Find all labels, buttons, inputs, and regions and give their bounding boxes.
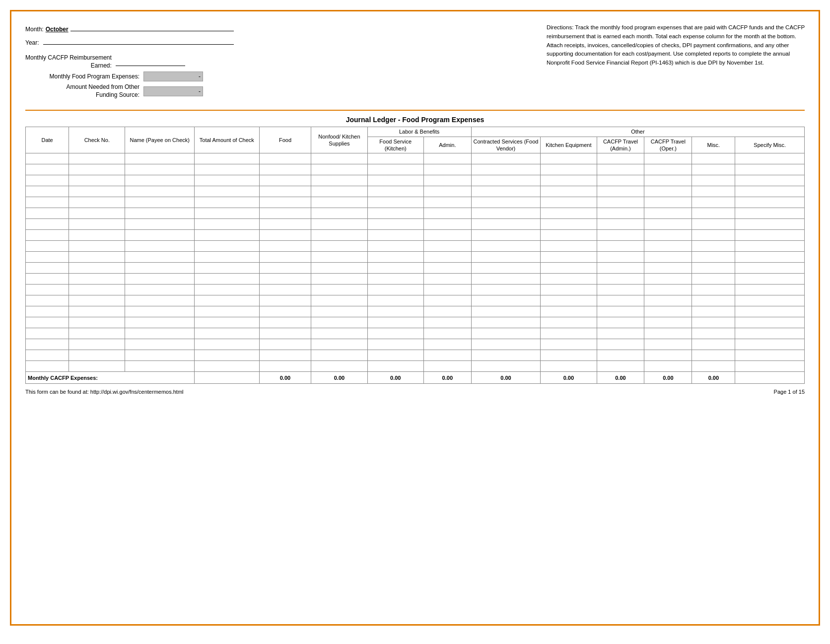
totals-cacfp-admin: 0.00 [597, 372, 644, 384]
th-food: Food [259, 127, 311, 153]
year-label: Year: [25, 39, 39, 46]
th-name: Name (Payee on Check) [125, 127, 194, 153]
funding-label: Amount Needed from Other [67, 83, 139, 90]
divider [25, 110, 805, 111]
table-row [26, 230, 805, 241]
directions: Directions: Track the monthly food progr… [547, 23, 805, 101]
th-total: Total Amount of Check [194, 127, 259, 153]
table-section: Journal Ledger - Food Program Expenses D… [25, 116, 805, 384]
table-row [26, 241, 805, 252]
footer-right: Page 1 of 15 [774, 389, 805, 395]
th-kitchen: Kitchen Equipment [541, 137, 597, 153]
table-row [26, 153, 805, 164]
table-row [26, 339, 805, 350]
totals-foodsvc: 0.00 [367, 372, 423, 384]
funding-row: Amount Needed from Other Funding Source:… [25, 83, 234, 99]
th-specmisc: Specify Misc. [735, 137, 805, 153]
expenses-value: - [143, 72, 203, 81]
th-group-other: Other [471, 127, 804, 137]
ledger-table: Date Check No. Name (Payee on Check) Tot… [25, 127, 805, 384]
reimbursement-row: Monthly CACFP Reimbursement Earned: [25, 54, 234, 70]
reimbursement-sublabel: Earned: [91, 62, 112, 69]
expenses-row: Monthly Food Program Expenses: - [25, 72, 234, 81]
th-admin: Admin. [423, 137, 471, 153]
table-row [26, 197, 805, 208]
month-row: Month: October [25, 23, 234, 33]
table-row [26, 317, 805, 328]
table-row [26, 164, 805, 175]
table-row [26, 285, 805, 295]
totals-label: Monthly CACFP Expenses: [26, 372, 195, 384]
year-line [43, 37, 234, 45]
group-header-row: Date Check No. Name (Payee on Check) Tot… [26, 127, 805, 137]
th-contracted: Contracted Services (Food Vendor) [471, 137, 540, 153]
funding-sublabel: Funding Source: [96, 91, 139, 98]
month-value: October [46, 26, 69, 33]
reimbursement-label: Monthly CACFP Reimbursement [25, 54, 112, 61]
th-checkno: Check No. [69, 127, 125, 153]
table-row [26, 263, 805, 274]
th-foodsvc: Food Service (Kitchen) [367, 137, 423, 153]
footer: This form can be found at: http://dpi.wi… [25, 389, 805, 395]
totals-nonfood: 0.00 [311, 372, 367, 384]
totals-kitchen: 0.00 [541, 372, 597, 384]
table-row [26, 350, 805, 361]
month-label: Month: [25, 26, 44, 33]
th-cacfp-admin: CACFP Travel (Admin.) [597, 137, 644, 153]
table-row [26, 274, 805, 285]
expenses-label: Monthly Food Program Expenses: [25, 73, 139, 80]
totals-total [194, 372, 259, 384]
th-group-labor: Labor & Benefits [367, 127, 471, 137]
page: Month: October Year: Monthly CACFP Reimb… [10, 10, 820, 626]
table-row [26, 219, 805, 230]
th-nonfood: Nonfood/ Kitchen Supplies [311, 127, 367, 153]
table-row [26, 175, 805, 186]
top-section: Month: October Year: Monthly CACFP Reimb… [25, 23, 805, 101]
footer-left: This form can be found at: http://dpi.wi… [25, 389, 184, 395]
th-cacfp-oper: CACFP Travel (Oper.) [644, 137, 692, 153]
th-date: Date [26, 127, 69, 153]
table-row [26, 252, 805, 263]
top-left: Month: October Year: Monthly CACFP Reimb… [25, 23, 234, 101]
table-title: Journal Ledger - Food Program Expenses [25, 116, 805, 124]
totals-cacfp-oper: 0.00 [644, 372, 692, 384]
th-misc: Misc. [692, 137, 735, 153]
totals-specmisc [735, 372, 805, 384]
totals-row: Monthly CACFP Expenses: 0.00 0.00 0.00 0… [26, 372, 805, 384]
directions-text: Directions: Track the monthly food progr… [547, 24, 805, 66]
year-row: Year: [25, 37, 234, 46]
totals-contracted: 0.00 [471, 372, 540, 384]
table-row [26, 361, 805, 372]
table-row [26, 295, 805, 306]
table-row [26, 306, 805, 317]
table-row [26, 208, 805, 219]
funding-value: - [143, 86, 203, 96]
totals-admin: 0.00 [423, 372, 471, 384]
totals-food: 0.00 [259, 372, 311, 384]
table-row [26, 186, 805, 197]
totals-misc: 0.00 [692, 372, 735, 384]
month-line [70, 23, 234, 31]
table-row [26, 328, 805, 339]
